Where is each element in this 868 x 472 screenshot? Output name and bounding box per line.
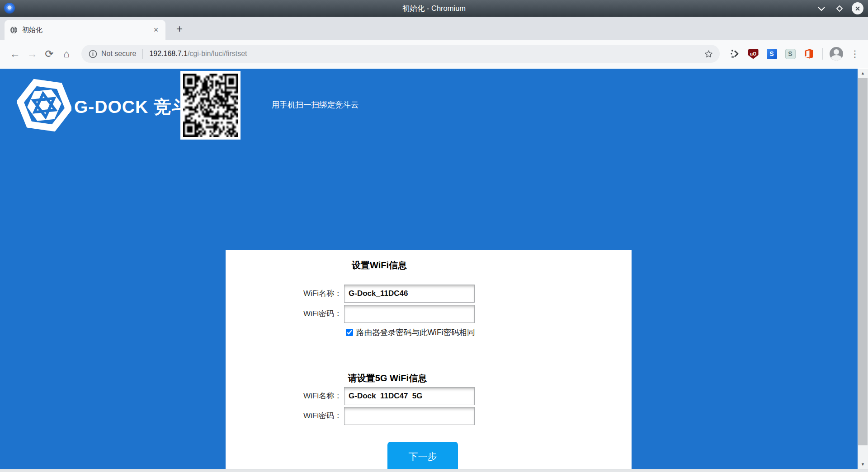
wifi24-name-input[interactable] [344,285,475,303]
new-tab-button[interactable]: + [173,22,186,36]
profile-avatar-icon[interactable] [829,46,844,61]
tab-title: 初始化 [22,26,151,34]
office-extension-icon[interactable] [801,46,816,61]
sync-password-row: 路由器登录密码与此WiFi密码相同 [346,327,475,338]
wifi24-password-input[interactable] [344,305,475,323]
url-text: 192.168.7.1/cgi-bin/luci/firstset [149,50,699,58]
scrollbar-thumb[interactable] [858,78,868,445]
stylus-extension-icon[interactable]: S [783,46,798,61]
wifi5g-name-label: WiFi名称： [300,387,342,405]
dots-arrow-extension-icon[interactable] [727,46,742,61]
close-window-icon[interactable] [852,3,863,14]
url-host: 192.168.7.1 [149,50,188,57]
tab-initialization[interactable]: 初始化 × [5,20,165,40]
page-viewport: G-DOCK 竞斗云 用手机扫一扫绑定竞斗云 设置WiFi信息 WiFi名称： … [0,69,868,469]
wifi24-name-row: WiFi名称： [300,285,475,303]
sync-password-label[interactable]: 路由器登录密码与此WiFi密码相同 [356,327,475,338]
page-scrollbar[interactable]: ▲ ▼ [858,69,868,469]
browser-toolbar: ← → ⟳ ⌂ Not secure 192.168.7.1/cgi-bin/l… [0,40,868,68]
info-icon [89,50,97,58]
site-security-chip[interactable]: Not secure [89,50,136,58]
ublock-extension-icon[interactable]: uO [745,46,761,61]
window-bottom-edge [0,469,868,472]
url-path: /cgi-bin/luci/firstset [188,50,247,57]
tab-strip: 初始化 × + [0,17,868,40]
qr-code [180,71,241,140]
forward-icon: → [24,45,41,62]
address-bar[interactable]: Not secure 192.168.7.1/cgi-bin/luci/firs… [81,45,720,63]
close-tab-icon[interactable]: × [151,25,161,35]
home-icon[interactable]: ⌂ [58,45,75,62]
wifi-setup-card: 设置WiFi信息 WiFi名称： WiFi密码： 路由器登录密码与此WiFi密码… [226,250,632,469]
wifi24-password-label: WiFi密码： [300,305,342,323]
scroll-down-icon[interactable]: ▼ [858,460,868,469]
window-controls [816,0,863,17]
wifi5g-password-row: WiFi密码： [300,407,475,425]
wifi5g-password-input[interactable] [344,407,475,425]
minimize-icon[interactable] [816,3,827,14]
window-titlebar: 初始化 - Chromium [0,0,868,17]
sync-password-checkbox[interactable] [346,329,353,336]
wifi5g-name-row: WiFi名称： [300,387,475,405]
qr-caption: 用手机扫一扫绑定竞斗云 [272,99,359,110]
wifi24-section-title: 设置WiFi信息 [226,259,533,271]
globe-favicon-icon [10,26,18,34]
wifi5g-section-title: 请设置5G WiFi信息 [226,372,549,384]
bookmark-star-icon[interactable] [704,49,713,59]
extensions-cluster: uO S S ⋮ [727,46,863,61]
wifi5g-password-label: WiFi密码： [300,407,342,425]
wifi24-name-label: WiFi名称： [300,285,342,303]
security-label: Not secure [101,50,136,58]
next-step-button[interactable]: 下一步 [387,442,458,469]
gdock-logo-icon [17,73,71,137]
url-divider [142,49,143,59]
blue-s-extension-icon[interactable]: S [764,46,779,61]
wifi5g-name-input[interactable] [344,387,475,405]
browser-menu-icon[interactable]: ⋮ [847,46,863,61]
back-icon[interactable]: ← [6,45,24,62]
toolbar-separator [822,48,823,60]
window-title: 初始化 - Chromium [0,0,868,17]
wifi24-password-row: WiFi密码： [300,305,475,323]
scroll-up-icon[interactable]: ▲ [858,69,868,78]
reload-icon[interactable]: ⟳ [41,45,58,62]
maximize-icon[interactable] [834,3,845,14]
